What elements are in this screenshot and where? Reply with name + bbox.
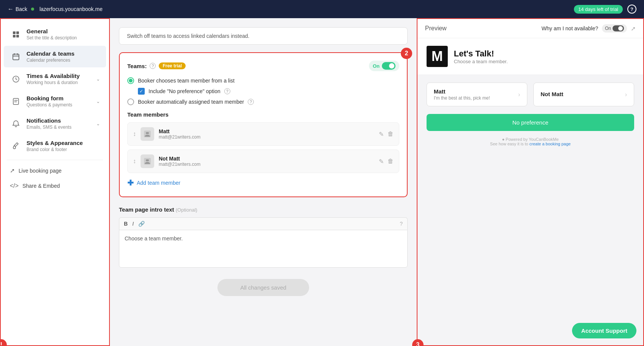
external-icon: ➚ (10, 167, 15, 174)
drag-handle-icon-2[interactable]: ↕ (133, 158, 136, 165)
grid-icon (10, 28, 22, 41)
sidebar: General Set the title & description Cale… (0, 18, 110, 346)
clock-icon (10, 73, 22, 85)
auto-assign-help-icon[interactable]: ? (248, 99, 254, 105)
notifications-label: Notifications (27, 117, 96, 124)
sidebar-item-live-booking[interactable]: ➚ Live booking page (4, 163, 106, 178)
preview-chevron-icon-1: › (518, 91, 520, 98)
member-actions-2: ✎ 🗑 (379, 158, 394, 165)
team-member-row-2: ↕ Not Matt matt@21writers.com ✎ 🗑 (127, 150, 399, 173)
preview-booking-text: Let's Talk! Choose a team member. (454, 49, 508, 64)
sidebar-item-share-embed[interactable]: </> Share & Embed (4, 179, 106, 193)
delete-icon-2[interactable]: 🗑 (388, 158, 394, 165)
radio-empty-icon[interactable] (127, 98, 134, 105)
booker-chooses-option[interactable]: Booker chooses team member from a list (127, 77, 399, 84)
member-avatar-2 (141, 154, 154, 168)
times-label: Times & Availability (27, 73, 96, 79)
badge-2: 2 (401, 48, 412, 59)
expand-icon[interactable]: ➚ (631, 25, 636, 32)
sidebar-item-times-availability[interactable]: Times & Availability Working hours & dur… (4, 68, 106, 90)
topnav-right: 14 days left of trial ? (574, 5, 637, 14)
back-button[interactable]: ← Back (8, 6, 27, 12)
member-avatar-1 (141, 127, 154, 141)
auto-assign-label: Booker automatically assigned team membe… (138, 99, 244, 105)
editor-body[interactable]: Choose a team member. (119, 230, 408, 268)
styles-sublabel: Brand color & footer (27, 147, 100, 152)
preview-title: Preview (425, 25, 447, 32)
bold-button[interactable]: B (124, 221, 128, 227)
account-support-button[interactable]: Account Support (572, 323, 636, 338)
auto-assign-option[interactable]: Booker automatically assigned team membe… (127, 98, 399, 105)
member-email-1: matt@21writers.com (159, 134, 374, 140)
booker-chooses-label: Booker chooses team member from a list (138, 78, 234, 84)
teams-toggle[interactable]: On (369, 61, 399, 71)
sidebar-item-notifications[interactable]: Notifications Emails, SMS & events ⌄ (4, 113, 106, 134)
preview-no-pref-button[interactable]: No preference (427, 114, 634, 131)
link-button[interactable]: 🔗 (138, 221, 145, 227)
form-icon (10, 95, 22, 108)
general-label: General (27, 28, 100, 34)
sidebar-item-booking-form[interactable]: Booking form Questions & payments ⌄ (4, 90, 106, 112)
sidebar-item-general[interactable]: General Set the title & description (4, 23, 106, 45)
svg-rect-2 (13, 35, 16, 37)
no-preference-label: Include "No preference" option (148, 88, 220, 94)
teams-help-icon[interactable]: ? (150, 63, 156, 69)
checkbox-checked-icon[interactable]: ✓ (138, 88, 145, 95)
calendar-teams-label: Calendar & teams (27, 50, 100, 57)
booking-form-label: Booking form (27, 95, 96, 101)
editor-help-icon[interactable]: ? (400, 221, 403, 227)
member-actions-1: ✎ 🗑 (379, 131, 394, 138)
trial-badge: 14 days left of trial (574, 5, 623, 14)
help-icon[interactable]: ? (627, 5, 636, 14)
svg-rect-1 (16, 31, 19, 34)
add-team-member-button[interactable]: ✚ Add team member (127, 177, 399, 189)
radio-filled-icon[interactable] (127, 77, 134, 84)
drag-handle-icon[interactable]: ↕ (133, 131, 136, 137)
member-info-2: Not Matt matt@21writers.com (159, 156, 374, 167)
teams-box: Teams: ? Free trial On Booker chooses te… (119, 52, 408, 197)
preview-member-card-1[interactable]: Matt I'm the best at this, pick me! › (427, 83, 527, 106)
sidebar-divider (7, 160, 103, 160)
edit-icon-1[interactable]: ✎ (379, 131, 384, 138)
toggle-switch-icon[interactable] (382, 62, 395, 70)
booking-form-text: Booking form Questions & payments (27, 95, 96, 108)
no-pref-help-icon[interactable]: ? (224, 88, 230, 94)
chevron-down-icon-3: ⌄ (96, 121, 100, 126)
save-button: All changes saved (217, 279, 309, 296)
styles-text: Styles & Appearance Brand color & footer (27, 140, 100, 152)
content-area: Switch off teams to access linked calend… (110, 18, 417, 346)
editor-placeholder: Choose a team member. (125, 235, 183, 242)
no-preference-option[interactable]: ✓ Include "No preference" option ? (138, 88, 399, 95)
preview-logo: M (427, 46, 448, 67)
preview-chevron-icon-2: › (625, 91, 627, 98)
svg-rect-3 (16, 35, 19, 37)
member-name-1: Matt (159, 128, 374, 134)
preview-member-card-2[interactable]: Not Matt › (533, 83, 634, 106)
preview-header: Preview Why am I not available? On ➚ (417, 19, 643, 38)
preview-right: Why am I not available? On ➚ (542, 24, 636, 33)
delete-icon-1[interactable]: 🗑 (388, 131, 394, 138)
bell-icon (10, 118, 22, 130)
topnav-left: ← Back lazerfocus.youcanbook.me (8, 6, 103, 12)
switch-off-bar: Switch off teams to access linked calend… (119, 27, 408, 45)
italic-button[interactable]: I (132, 221, 134, 227)
edit-icon-2[interactable]: ✎ (379, 158, 384, 165)
sidebar-item-calendar-teams[interactable]: Calendar & teams Calendar preferences (4, 46, 106, 67)
sidebar-item-styles[interactable]: Styles & Appearance Brand color & footer (4, 135, 106, 157)
intro-optional: (Optional) (176, 207, 197, 213)
calendar-icon (10, 51, 22, 63)
live-booking-label: Live booking page (19, 168, 62, 174)
on-toggle-switch-icon[interactable] (613, 25, 624, 31)
team-members-title: Team members (127, 111, 399, 118)
svg-rect-4 (13, 54, 19, 60)
preview-content: M Let's Talk! Choose a team member. Matt… (417, 38, 643, 345)
editor-toolbar: B I 🔗 ? (119, 217, 408, 230)
preview-member-desc-1: I'm the best at this, pick me! (434, 95, 490, 101)
preview-booking-sub: Choose a team member. (454, 59, 508, 64)
preview-footer-link[interactable]: create a booking page (530, 142, 571, 146)
team-member-row: ↕ Matt matt@21writers.com ✎ 🗑 (127, 122, 399, 146)
chevron-down-icon-2: ⌄ (96, 99, 100, 104)
times-text: Times & Availability Working hours & dur… (27, 73, 96, 85)
why-not-toggle[interactable]: On (602, 24, 627, 33)
toggle-on-label: On (373, 63, 380, 69)
